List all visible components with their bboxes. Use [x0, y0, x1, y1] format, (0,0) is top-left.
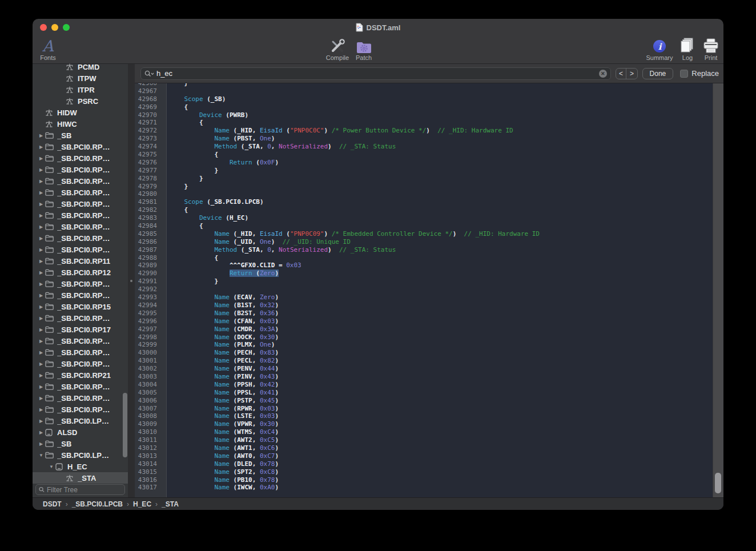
code-line[interactable]: 42998 Name (DOCK, 0x30) [135, 333, 723, 341]
disclosure-collapsed-icon[interactable]: ▶ [37, 259, 45, 264]
sidebar-item--sb-pci0-rp-[interactable]: ▶_SB.PCI0.RP… [33, 198, 128, 210]
sidebar-item--sb-pci0-rp-[interactable]: ▶_SB.PCI0.RP… [33, 175, 128, 187]
code-line[interactable]: 42976 Return (0x0F) [135, 159, 723, 167]
disclosure-collapsed-icon[interactable]: ▶ [37, 133, 45, 138]
code-line[interactable]: 43014 Name (DLED, 0x78) [135, 460, 723, 468]
filter-tree-input[interactable] [47, 486, 122, 494]
code-line[interactable]: 43009 Name (VPWR, 0x30) [135, 420, 723, 428]
sidebar-item-h-ec[interactable]: ▼H_EC [33, 461, 128, 472]
disclosure-collapsed-icon[interactable]: ▶ [37, 430, 45, 435]
sidebar-item-hiwc[interactable]: HIWC [33, 118, 128, 130]
sidebar-item--sb-pci0-rp-[interactable]: ▶_SB.PCI0.RP… [33, 244, 128, 255]
disclosure-collapsed-icon[interactable]: ▶ [37, 419, 45, 424]
code-line[interactable]: 42971 { [135, 119, 723, 127]
disclosure-collapsed-icon[interactable]: ▶ [37, 179, 45, 184]
clear-search-icon[interactable]: ✕ [599, 70, 607, 78]
print-button[interactable]: Print [698, 36, 723, 61]
code-line[interactable]: 42994 Name (B1ST, 0x32) [135, 301, 723, 309]
code-line[interactable]: 42980 [135, 190, 723, 198]
done-button[interactable]: Done [642, 68, 674, 79]
disclosure-collapsed-icon[interactable]: ▶ [37, 396, 45, 401]
disclosure-collapsed-icon[interactable]: ▶ [37, 316, 45, 321]
pane-splitter[interactable] [128, 64, 135, 497]
code-line[interactable]: 42977 } [135, 167, 723, 175]
sidebar-item--sb[interactable]: ▶_SB [33, 438, 128, 449]
code-line[interactable]: 42975 { [135, 151, 723, 159]
sidebar-item--sb-pci0-rp-[interactable]: ▶_SB.PCI0.RP… [33, 347, 128, 358]
sidebar-item-pcmd[interactable]: PCMD [33, 61, 128, 73]
disclosure-collapsed-icon[interactable]: ▶ [37, 327, 45, 332]
disclosure-collapsed-icon[interactable]: ▶ [37, 236, 45, 241]
disclosure-collapsed-icon[interactable]: ▶ [37, 441, 45, 447]
disclosure-collapsed-icon[interactable]: ▶ [37, 190, 45, 195]
disclosure-collapsed-icon[interactable]: ▶ [37, 384, 45, 389]
code-line[interactable]: 42981 Scope (_SB.PCI0.LPCB) [135, 198, 723, 206]
replace-checkbox[interactable] [680, 70, 688, 78]
code-line[interactable]: 42973 Name (PBST, One) [135, 135, 723, 143]
summary-button[interactable]: i Summary [642, 36, 677, 61]
disclosure-collapsed-icon[interactable]: ▶ [37, 407, 45, 412]
compile-button[interactable]: Compile [320, 36, 355, 61]
sidebar-item--sb-pci0-rp12[interactable]: ▶_SB.PCI0.RP12 [33, 267, 128, 278]
patch-button[interactable]: Patch [350, 36, 377, 61]
zoom-button[interactable] [63, 24, 70, 31]
sidebar-item--sb-pci0-rp-[interactable]: ▶_SB.PCI0.RP… [33, 358, 128, 369]
code-line[interactable]: 42972 Name (_HID, EisaId ("PNP0C0C") /* … [135, 127, 723, 135]
code-line[interactable]: 42967 [135, 87, 723, 95]
code-line[interactable]: 43001 Name (PECL, 0x82) [135, 357, 723, 365]
code-line[interactable]: 43011 Name (AWT2, 0xC5) [135, 436, 723, 444]
disclosure-collapsed-icon[interactable]: ▶ [37, 224, 45, 230]
filter-tree-field[interactable] [35, 484, 125, 495]
sidebar-item--sb-pci0-rp-[interactable]: ▶_SB.PCI0.RP… [33, 141, 128, 152]
code-line[interactable]: 42995 Name (B2ST, 0x36) [135, 309, 723, 317]
sidebar-item--sb[interactable]: ▶_SB [33, 130, 128, 141]
code-line[interactable]: 43008 Name (LSTE, 0x03) [135, 412, 723, 420]
sidebar-item--sb-pci0-rp17[interactable]: ▶_SB.PCI0.RP17 [33, 324, 128, 335]
code-line[interactable]: 42988 { [135, 254, 723, 262]
disclosure-collapsed-icon[interactable]: ▶ [37, 350, 45, 355]
sidebar-item--sb-pci0-rp-[interactable]: ▶_SB.PCI0.RP… [33, 164, 128, 175]
code-line[interactable]: 43006 Name (PSTP, 0x45) [135, 397, 723, 405]
breadcrumb-item[interactable]: _SB.PCI0.LPCB [72, 500, 123, 508]
disclosure-collapsed-icon[interactable]: ▶ [37, 373, 45, 378]
disclosure-collapsed-icon[interactable]: ▶ [37, 202, 45, 207]
code-line[interactable]: 43003 Name (PINV, 0x43) [135, 373, 723, 381]
code-line[interactable]: 42991 } [135, 277, 723, 285]
code-line[interactable]: 43015 Name (SPT2, 0xC8) [135, 468, 723, 476]
disclosure-expanded-icon[interactable]: ▼ [37, 453, 45, 458]
editor-scrollbar-track[interactable] [713, 83, 723, 497]
code-line[interactable]: 42996 Name (CFAN, 0x03) [135, 317, 723, 325]
disclosure-collapsed-icon[interactable]: ▶ [37, 304, 45, 309]
disclosure-collapsed-icon[interactable]: ▶ [37, 339, 45, 344]
code-line[interactable]: 42974 Method (_STA, 0, NotSerialized) //… [135, 143, 723, 151]
sidebar-item--sb-pci0-rp-[interactable]: ▶_SB.PCI0.RP… [33, 392, 128, 404]
code-line[interactable]: 42966 } [135, 83, 723, 87]
sidebar-item--sb-pci0-rp-[interactable]: ▶_SB.PCI0.RP… [33, 210, 128, 221]
sidebar-item--sb-pci0-rp-[interactable]: ▶_SB.PCI0.RP… [33, 312, 128, 324]
code-line[interactable]: 42982 { [135, 206, 723, 214]
code-line[interactable]: 42992 [135, 285, 723, 293]
code-line[interactable]: 42969 { [135, 103, 723, 111]
sidebar-item-itpw[interactable]: ITPW [33, 73, 128, 84]
sidebar-item--sb-pci0-rp-[interactable]: ▶_SB.PCI0.RP… [33, 152, 128, 164]
sidebar-item-psrc[interactable]: PSRC [33, 95, 128, 107]
disclosure-collapsed-icon[interactable]: ▶ [37, 281, 45, 287]
disclosure-collapsed-icon[interactable]: ▶ [37, 247, 45, 252]
sidebar-item--sb-pci0-rp-[interactable]: ▶_SB.PCI0.RP… [33, 404, 128, 415]
code-line[interactable]: 42987 Method (_STA, 0, NotSerialized) //… [135, 246, 723, 254]
code-line[interactable]: 43017 Name (IWCW, 0xA0) [135, 484, 723, 492]
sidebar-item--sb-pci0-rp15[interactable]: ▶_SB.PCI0.RP15 [33, 301, 128, 312]
find-next-button[interactable]: > [626, 69, 637, 79]
sidebar-item--sta[interactable]: _STA [33, 472, 128, 484]
disclosure-collapsed-icon[interactable]: ▶ [37, 293, 45, 298]
breadcrumb-item[interactable]: _STA [162, 500, 179, 508]
disclosure-collapsed-icon[interactable]: ▶ [37, 270, 45, 275]
code-line[interactable]: 42999 Name (PLMX, One) [135, 341, 723, 349]
search-menu-icon[interactable] [144, 70, 154, 77]
code-line[interactable]: 43004 Name (PPSH, 0x42) [135, 381, 723, 389]
code-line[interactable]: 42978 } [135, 175, 723, 183]
disclosure-collapsed-icon[interactable]: ▶ [37, 156, 45, 161]
search-input[interactable] [156, 69, 597, 78]
minimize-button[interactable] [51, 24, 58, 31]
disclosure-collapsed-icon[interactable]: ▶ [37, 144, 45, 150]
